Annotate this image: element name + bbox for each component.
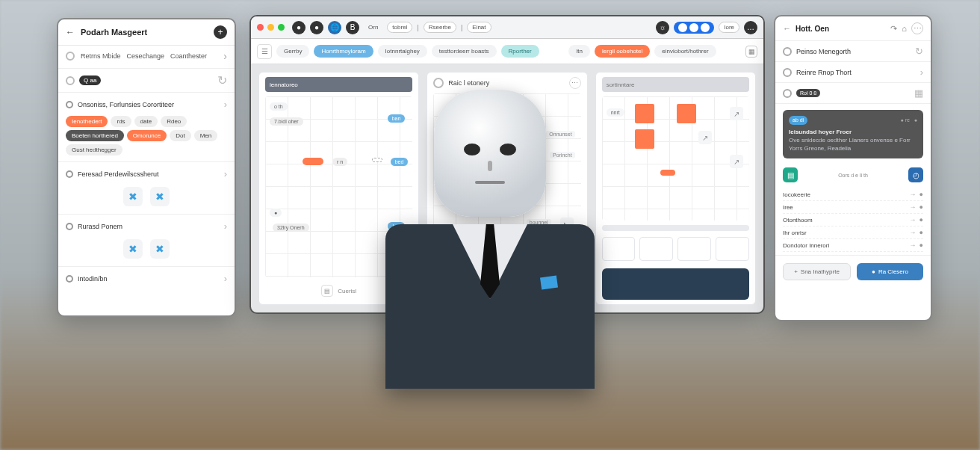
icon-button[interactable]: ◣ — [560, 218, 574, 231]
tab-2[interactable]: Cesechange — [127, 52, 165, 60]
cell[interactable] — [602, 237, 636, 261]
chip[interactable]: Boeten horthered — [66, 130, 124, 141]
right-list: Iocokeerie→● Iree→● Otonthoom→● Ihr onri… — [775, 185, 931, 255]
icon-button[interactable]: ▤ — [321, 285, 333, 297]
filter-icon[interactable]: ▦ — [745, 46, 757, 58]
bullet-icon — [66, 223, 73, 230]
chip[interactable]: Ienothedert — [66, 116, 108, 127]
crumb[interactable]: Orn — [364, 22, 382, 32]
list-item[interactable]: Iocokeerie→● — [783, 188, 923, 201]
tab[interactable]: lergil oobehotel — [595, 45, 650, 58]
chevron-right-icon[interactable]: › — [224, 99, 227, 110]
chevron-right-icon[interactable]: › — [224, 168, 227, 179]
avatar-group[interactable] — [674, 22, 714, 34]
chip[interactable]: rds — [111, 116, 131, 127]
chip[interactable]: Dot — [170, 130, 190, 141]
radio-icon[interactable] — [66, 52, 75, 61]
back-icon[interactable]: ← — [66, 27, 75, 37]
action-x-icon[interactable]: ✖ — [123, 187, 143, 206]
card[interactable]: ban — [388, 114, 406, 123]
expand-icon[interactable]: ↗ — [698, 131, 712, 144]
chip[interactable]: Omorunce — [127, 130, 167, 141]
card-placeholder[interactable] — [372, 158, 382, 162]
expand-icon[interactable]: ↗ — [730, 155, 743, 168]
detail-pane[interactable] — [602, 268, 749, 300]
chevron-right-icon[interactable]: › — [223, 50, 227, 62]
right-title: Hott. Oen — [796, 25, 886, 33]
home-icon[interactable]: ⌂ — [902, 24, 907, 33]
chip[interactable]: Snie — [433, 292, 453, 300]
tab[interactable]: Iotnnrtalghey — [378, 45, 427, 58]
crumb[interactable]: Einat — [467, 22, 491, 33]
chip[interactable]: Rdeo — [161, 116, 187, 127]
list-item[interactable]: Iree→● — [783, 201, 923, 214]
app-icon[interactable]: ▤ — [783, 167, 798, 182]
chip[interactable]: Men — [194, 130, 218, 141]
nav-icon[interactable]: B — [346, 21, 359, 34]
list-item[interactable]: Dondotor Innerori→● — [783, 239, 923, 252]
action-x-icon[interactable]: ✖ — [123, 239, 143, 259]
minimize-icon[interactable] — [267, 24, 274, 31]
refresh-icon[interactable]: ↻ — [915, 46, 923, 57]
back-icon[interactable]: ← — [783, 24, 791, 33]
secondary-button[interactable]: +Sna Inathyprte — [783, 263, 851, 280]
tab-1[interactable]: Retrns Mbide — [81, 52, 121, 60]
nav-icon[interactable]: ● — [310, 21, 323, 34]
action-x-icon[interactable]: ✖ — [150, 239, 170, 259]
share-icon[interactable]: ↷ — [890, 24, 897, 34]
crumb[interactable]: Iore — [719, 22, 739, 33]
tab-3[interactable]: Coanthester — [170, 52, 207, 60]
tab[interactable]: einviobort/hothrer — [654, 45, 716, 58]
list-item[interactable]: Ihr onrisr→● — [783, 226, 923, 239]
col3-title: sortinntare — [602, 77, 749, 92]
main-tabs: ☰ Gerrby Honrthmoyloram Iotnnrtalghey te… — [251, 39, 763, 64]
tab[interactable]: testtordeerr boasts — [432, 45, 497, 58]
tab[interactable]: Rporther — [501, 45, 539, 58]
dot-icon: ● — [919, 229, 923, 236]
arrow-icon: → — [910, 241, 917, 249]
window-controls[interactable] — [257, 24, 285, 31]
crumb[interactable]: tobrel — [387, 22, 412, 33]
tab[interactable]: Itn — [568, 45, 590, 58]
menu-icon[interactable]: ☰ — [257, 44, 272, 59]
sec2-title: Feresad Perdewilscssherut — [78, 170, 159, 178]
tab[interactable]: Gerrby — [276, 45, 309, 58]
chevron-right-icon[interactable]: › — [224, 221, 227, 232]
crumb[interactable]: Rseerbe — [424, 22, 456, 33]
add-icon[interactable]: + — [214, 25, 227, 39]
cell[interactable] — [716, 237, 749, 261]
left-header: ← Podarh Masgeert + — [58, 19, 235, 46]
grid-icon[interactable]: ▦ — [914, 87, 923, 99]
cell[interactable] — [677, 237, 711, 261]
card[interactable]: bed — [391, 158, 409, 166]
card[interactable] — [303, 158, 323, 165]
close-icon[interactable] — [257, 24, 264, 31]
progress-bar — [602, 225, 749, 231]
nav-icon[interactable]: ● — [292, 21, 306, 34]
card[interactable]: lost — [388, 222, 405, 230]
bell-icon[interactable]: ☼ — [656, 21, 669, 34]
tab-active[interactable]: Honrthmoyloram — [314, 45, 373, 58]
more-icon[interactable]: ⋯ — [911, 22, 923, 34]
list-item[interactable]: Otonthoom→● — [783, 214, 923, 226]
chip[interactable]: Gust hedthegger — [66, 144, 122, 155]
cell[interactable] — [639, 237, 673, 261]
chevron-right-icon[interactable]: › — [920, 67, 923, 78]
card[interactable]: r n — [332, 158, 347, 166]
app-icon[interactable]: ◴ — [908, 167, 923, 182]
more-icon[interactable]: … — [744, 21, 757, 34]
chip[interactable]: date — [134, 116, 158, 127]
window-titlebar: ● ● 🌐 B Orn tobrel | Rseerbe | Einat ☼ I… — [251, 16, 763, 39]
expand-icon[interactable]: ↗ — [730, 107, 743, 120]
refresh-icon[interactable]: ↻ — [217, 73, 227, 87]
right-sec2[interactable]: Reinre Rnop Thort — [796, 69, 852, 76]
action-x-icon[interactable]: ✖ — [150, 187, 170, 206]
dot-icon: ● — [919, 241, 923, 249]
chevron-right-icon[interactable]: › — [224, 273, 227, 284]
more-icon[interactable]: ⋯ — [569, 77, 581, 89]
right-sec1[interactable]: Peinso Menegorth — [796, 48, 851, 55]
maximize-icon[interactable] — [278, 24, 285, 31]
primary-button[interactable]: ●Ra Ciesero — [857, 263, 923, 280]
globe-icon[interactable]: 🌐 — [328, 21, 341, 34]
tag: Porincht — [550, 152, 575, 158]
